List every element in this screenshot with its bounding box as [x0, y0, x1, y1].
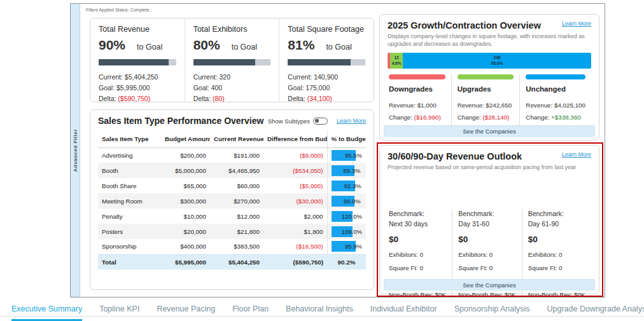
- benchmark-label: Benchmark:Next 30 days: [389, 209, 447, 229]
- kpi-card-total-revenue: Total Revenue 90% to Goal Current: $5,40…: [90, 18, 185, 102]
- tab-revenue-pacing[interactable]: Revenue Pacing: [157, 299, 215, 321]
- square-ft-line: Square Ft: 0: [389, 261, 447, 275]
- projected-amount: $0: [389, 235, 447, 244]
- sales-table-learn-more-link[interactable]: Learn More: [337, 118, 366, 124]
- kpi-delta-value: (34,100): [307, 95, 332, 102]
- table-row[interactable]: Booth Share $65,000 $60,000 ($5,000) 92.…: [98, 178, 366, 193]
- growth-learn-more-link[interactable]: Learn More: [562, 20, 591, 27]
- stacked-segment-upgrades[interactable]: 124.6%: [390, 53, 403, 69]
- tab-behavioral-insights[interactable]: Behavioral Insights: [286, 299, 353, 321]
- growth-see-the-companies-button[interactable]: See the Companies: [384, 125, 595, 137]
- outlook-panel-title: 30/60/90-Day Revenue Outlook: [388, 151, 562, 161]
- kpi-delta-value: (80): [213, 95, 225, 102]
- exhibitors-line: Exhibitors: 0: [458, 248, 516, 261]
- tab-executive-summary[interactable]: Executive Summary: [11, 299, 82, 321]
- unchanged-change: Change: +$338,360: [526, 111, 585, 123]
- table-row[interactable]: Advertising $200,000 $191,000 ($9,000) 9…: [98, 147, 366, 163]
- kpi-progress-track: [99, 59, 176, 65]
- kpi-progress-fill: [99, 59, 169, 65]
- kpi-percent-value: 90%: [99, 38, 125, 53]
- kpi-goal-line: Goal: 400: [193, 83, 271, 93]
- kpi-current-line: Current: 320: [193, 72, 271, 83]
- dashboard-page: Advanced Filter Filters Applied Status: …: [0, 0, 644, 321]
- outlook-learn-more-link[interactable]: Learn More: [562, 151, 591, 158]
- tab-upgrade-downgrade-analysis[interactable]: Upgrade Downgrade Analysis: [547, 299, 644, 321]
- show-subtypes-label: Show Subtypes: [268, 118, 310, 125]
- unchanged-color-bar: [526, 74, 585, 79]
- kpi-progress-track: [288, 59, 365, 65]
- kpi-cards-panel: Total Revenue 90% to Goal Current: $5,40…: [90, 18, 374, 102]
- advanced-filter-expander[interactable]: Advanced Filter: [71, 4, 80, 297]
- upgrades-change: Change: ($28,140): [458, 111, 514, 123]
- show-subtypes-toggle[interactable]: [313, 118, 328, 125]
- table-row[interactable]: Sponsorship $400,000 $383,500 ($16,500) …: [98, 239, 366, 254]
- benchmark-label: Benchmark:Day 31-60: [458, 209, 516, 229]
- downgrades-heading: Downgrades: [389, 85, 445, 93]
- tab-sponsorship-analysis[interactable]: Sponsorship Analysis: [454, 299, 530, 321]
- col-sales-item-type: Sales Item Type: [98, 130, 161, 147]
- kpi-percent-suffix: to Goal: [326, 43, 351, 51]
- kpi-percent-suffix: to Goal: [232, 43, 257, 51]
- kpi-percent-suffix: to Goal: [137, 43, 162, 51]
- table-total-row: Total $5,995,000 $5,404,250 ($590,750) 9…: [98, 254, 366, 270]
- growth-stacked-bar: 124.6% 24895.0%: [388, 53, 591, 69]
- sales-table-title: Sales Item Type Performance Overview: [98, 116, 268, 126]
- tab-individual-exhibitor[interactable]: Individual Exhibitor: [370, 299, 437, 321]
- col-current-revenue: Current Revenue: [210, 130, 263, 147]
- tab-floor-plan[interactable]: Floor Plan: [232, 299, 269, 321]
- kpi-card-total-exhibitors: Total Exhibitors 80% to Goal Current: 32…: [185, 18, 279, 102]
- table-row[interactable]: Penalty $10,000 $12,000 $2,000 120.0%: [98, 208, 366, 224]
- growth-contraction-panel: 2025 Growth/Contraction Overview Learn M…: [379, 14, 599, 140]
- table-row[interactable]: Posters $20,000 $21,800 $1,800 109.0%: [98, 224, 366, 239]
- kpi-card-total-square-footage: Total Square Footage 81% to Goal Current…: [279, 18, 374, 102]
- filters-status-text: Filters Applied Status: Complete ;: [86, 8, 152, 12]
- kpi-title: Total Revenue: [99, 25, 176, 34]
- table-header-row: Sales Item Type Budget Amount Current Re…: [98, 130, 366, 147]
- tab-topline-kpi[interactable]: Topline KPI: [99, 299, 139, 321]
- benchmark-label: Benchmark:Day 61-90: [528, 209, 586, 229]
- outlook-panel-subtitle: Projected revenue based on same-period a…: [388, 163, 591, 171]
- exhibitors-line: Exhibitors: 0: [528, 248, 586, 261]
- table-row[interactable]: Meeting Room $300,000 $270,000 ($30,000)…: [98, 193, 366, 208]
- kpi-current-line: Current: $5,404,250: [99, 72, 176, 83]
- kpi-percent-value: 81%: [288, 38, 314, 53]
- kpi-title: Total Exhibitors: [193, 25, 271, 34]
- upgrades-color-bar: [458, 74, 514, 79]
- upgrades-heading: Upgrades: [458, 85, 514, 93]
- kpi-delta-line: Delta: (34,100): [288, 93, 365, 104]
- col-budget-amount: Budget Amount: [161, 130, 210, 147]
- growth-panel-title: 2025 Growth/Contraction Overview: [388, 20, 562, 31]
- kpi-progress-track: [193, 59, 271, 65]
- stacked-segment-unchanged[interactable]: 24895.0%: [403, 53, 591, 69]
- kpi-delta-value: ($590,750): [118, 95, 150, 102]
- kpi-delta-line: Delta: (80): [193, 93, 271, 104]
- kpi-title: Total Square Footage: [288, 25, 365, 34]
- report-page-tabs: Executive Summary Topline KPI Revenue Pa…: [0, 299, 644, 321]
- kpi-percent-value: 80%: [193, 38, 220, 53]
- outlook-see-the-companies-button[interactable]: See the Companies: [384, 279, 595, 290]
- report-canvas: Advanced Filter Filters Applied Status: …: [70, 3, 605, 297]
- table-row[interactable]: Booth $5,000,000 $4,465,950 ($534,050) 8…: [98, 163, 366, 178]
- downgrades-change: Change: ($16,990): [389, 111, 445, 123]
- sales-table: Sales Item Type Budget Amount Current Re…: [98, 130, 366, 270]
- downgrades-color-bar: [389, 74, 445, 79]
- unchanged-heading: Unchanged: [526, 85, 585, 93]
- kpi-goal-line: Goal: 175,000: [288, 83, 365, 93]
- advanced-filter-label: Advanced Filter: [73, 129, 78, 172]
- growth-panel-subtitle: Displays company-level changes in square…: [388, 32, 591, 48]
- col-difference-from-budget: Difference from Budget: [263, 130, 327, 147]
- kpi-current-line: Current: 140,900: [288, 72, 365, 83]
- sales-item-type-panel: Sales Item Type Performance Overview Sho…: [90, 109, 374, 290]
- col-pct-to-budgeted-goal: % to Budgeted Goal: [327, 130, 366, 147]
- kpi-delta-line: Delta: ($590,750): [99, 93, 176, 104]
- revenue-outlook-panel: 30/60/90-Day Revenue Outlook Learn More …: [379, 145, 599, 294]
- kpi-goal-line: Goal: $5,995,000: [99, 83, 176, 93]
- upgrades-revenue: Revenue: $242,650: [458, 99, 514, 111]
- downgrades-revenue: Revenue: $1,000: [389, 99, 445, 111]
- toggle-knob: [315, 119, 319, 123]
- square-ft-line: Square Ft: 0: [528, 261, 586, 275]
- unchanged-revenue: Revenue: $4,025,100: [526, 99, 585, 111]
- exhibitors-line: Exhibitors: 0: [389, 248, 447, 261]
- projected-amount: $0: [458, 235, 516, 244]
- kpi-progress-fill: [193, 59, 255, 65]
